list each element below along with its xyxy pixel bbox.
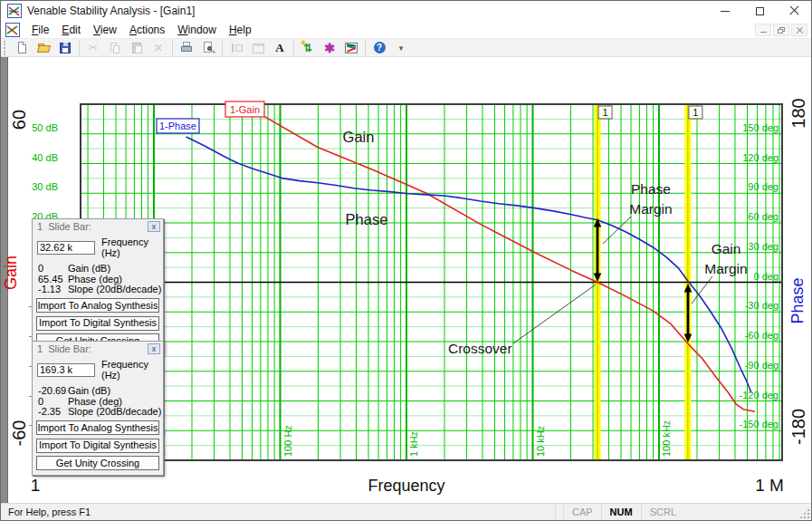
gain-axis-title: Gain [2, 256, 20, 290]
menu-item-actions[interactable]: Actions [123, 22, 171, 38]
toolbar-separator [293, 41, 294, 55]
status-message: For Help, press F1 [8, 507, 91, 517]
slide-bar-dialog-1[interactable]: 1 Slide Bar: x Frequency (Hz) 0Gain (dB)… [32, 218, 164, 353]
gain-axis-top-label: 60 [9, 110, 29, 130]
svg-text:50 dB: 50 dB [32, 122, 58, 133]
svg-text:1 kHz: 1 kHz [408, 431, 419, 457]
svg-text:120 deg: 120 deg [742, 152, 779, 163]
chart-window-icon[interactable] [341, 40, 361, 56]
toolbar-overflow-icon[interactable]: ▾ [391, 40, 411, 56]
toolbar-separator [222, 41, 223, 55]
import-digital-synthesis-button[interactable]: Import To Digital Synthesis [36, 439, 159, 453]
svg-text:-120 deg: -120 deg [740, 390, 779, 400]
menu-item-file[interactable]: File [25, 22, 55, 38]
menu-bar: FileEditViewActionsWindowHelp [1, 21, 811, 39]
toolbar-separator [79, 41, 80, 55]
new-document-icon[interactable] [12, 40, 32, 56]
status-bar: For Help, press F1 CAPNUMSCRL [1, 503, 811, 520]
frequency-input[interactable] [37, 241, 95, 255]
menu-item-view[interactable]: View [87, 22, 123, 38]
mdi-close-button[interactable] [791, 24, 807, 36]
dialog-close-icon[interactable]: x [148, 221, 160, 232]
open-file-icon[interactable] [33, 40, 53, 56]
status-indicator-scrl: SCRL [641, 504, 684, 521]
app-icon [7, 4, 22, 18]
svg-text:10 kHz: 10 kHz [535, 426, 546, 457]
svg-text:-90 deg: -90 deg [745, 360, 779, 371]
svg-text:-30 deg: -30 deg [745, 300, 779, 311]
svg-text:-150 deg: -150 deg [740, 419, 779, 429]
chart-annotation: Crossover [448, 341, 512, 356]
slide-bar-dialog-2[interactable]: 1 Slide Bar: x Frequency (Hz) -20.69Gain… [32, 341, 164, 476]
import-analog-synthesis-button[interactable]: Import To Analog Synthesis [36, 298, 159, 313]
dialog-title[interactable]: 1 Slide Bar: [33, 342, 163, 356]
frequency-label: Frequency (Hz) [101, 359, 163, 381]
menu-item-help[interactable]: Help [223, 22, 258, 38]
cursor-index-marker[interactable]: 1 [689, 106, 702, 119]
svg-text:1: 1 [693, 107, 698, 118]
svg-text:150 deg: 150 deg [742, 122, 779, 133]
frequency-label: Frequency (Hz) [101, 236, 163, 258]
print-preview-icon[interactable] [198, 40, 218, 56]
svg-text:40 dB: 40 dB [32, 152, 58, 163]
cut-icon: ✂ [83, 40, 103, 56]
menu-item-window[interactable]: Window [171, 22, 223, 38]
import-digital-synthesis-button[interactable]: Import To Digital Synthesis [36, 316, 159, 331]
status-separator [555, 504, 556, 521]
gain-label: Gain (dB) [68, 264, 110, 275]
menu-item-edit[interactable]: Edit [55, 22, 87, 38]
get-unity-crossing-button[interactable]: Get Unity Crossing [36, 456, 159, 470]
gain-label: Gain (dB) [68, 386, 110, 397]
title-bar[interactable]: Venable Stability Analysis - [Gain1] [1, 1, 811, 21]
svg-text:0 deg: 0 deg [753, 271, 779, 282]
chart-annotation: Margin [629, 201, 672, 217]
maximize-button[interactable] [742, 1, 777, 21]
close-button[interactable] [777, 1, 811, 21]
print-icon[interactable] [177, 40, 196, 56]
freq-axis-max-label: 1 M [755, 476, 784, 495]
import-analog-synthesis-button[interactable]: Import To Analog Synthesis [36, 420, 159, 435]
phase-axis-bottom-label: -180 [788, 409, 808, 445]
dialog-title[interactable]: 1 Slide Bar: [33, 219, 163, 234]
copy-icon [105, 40, 125, 56]
help-icon[interactable]: ? [369, 40, 389, 56]
slope-value: -2.35 [33, 407, 68, 418]
gain-value: 0 [33, 264, 68, 275]
delete-icon: ✕ [148, 40, 168, 56]
svg-text:100 Hz: 100 Hz [282, 425, 293, 457]
freq-axis-min-label: 1 [31, 476, 41, 495]
chart-annotation: Gain [712, 241, 741, 256]
slope-value: -1.13 [33, 285, 68, 295]
application-window: Venable Stability Analysis - [Gain1] Fil… [0, 0, 812, 521]
frequency-input[interactable] [37, 363, 95, 377]
toolbar-grip[interactable] [4, 41, 8, 55]
dialog-close-icon[interactable]: x [148, 343, 160, 354]
resize-grip-icon[interactable] [799, 508, 809, 518]
gain-value: -20.69 [33, 386, 68, 397]
mdi-minimize-button[interactable] [755, 24, 771, 36]
slope-label: Slope (20dB/decade) [68, 407, 161, 418]
window-title: Venable Stability Analysis - [Gain1] [27, 5, 708, 17]
document-icon[interactable] [5, 23, 20, 37]
svg-text:1: 1 [603, 107, 608, 118]
text-annotation-icon[interactable]: A [270, 40, 290, 56]
chart-annotation: Gain [343, 129, 375, 145]
1-phase-tag[interactable]: 1-Phase [157, 119, 199, 133]
toolbar-separator [172, 41, 173, 55]
synthesis-icon[interactable]: ✱ [320, 40, 339, 56]
cursor-index-marker[interactable]: 1 [598, 106, 612, 119]
status-indicator-num: NUM [601, 504, 641, 521]
paste-icon [127, 40, 147, 56]
window-view-icon [248, 40, 268, 56]
status-indicator-cap: CAP [563, 504, 601, 521]
mdi-restore-button[interactable] [773, 24, 789, 36]
save-icon[interactable] [55, 40, 75, 56]
chart-annotation: Margin [704, 261, 747, 276]
svg-text:100 kHz: 100 kHz [661, 420, 672, 457]
freq-axis-title: Frequency [368, 477, 444, 495]
axes-scale-icon[interactable]: ⇅ [298, 40, 318, 56]
svg-text:30 dB: 30 dB [32, 181, 58, 192]
slope-label: Slope (20dB/decade) [68, 285, 161, 295]
minimize-button[interactable] [708, 1, 742, 21]
1-gain-tag[interactable]: 1-Gain [225, 101, 264, 117]
